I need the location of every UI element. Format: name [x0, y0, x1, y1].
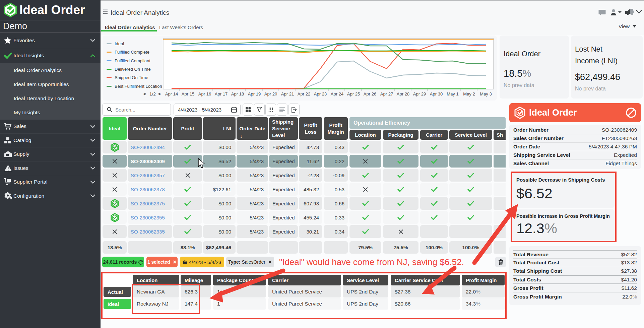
svg-text:Apr 17: Apr 17: [215, 91, 228, 96]
svg-text:May 2: May 2: [463, 91, 475, 96]
svg-text:Apr 23: Apr 23: [314, 91, 327, 96]
svg-text:Apr 24: Apr 24: [331, 91, 343, 96]
svg-text:Apr 20: Apr 20: [264, 91, 277, 96]
svg-text:Apr 15: Apr 15: [182, 91, 194, 96]
svg-text:>: >: [158, 91, 161, 96]
svg-text:Apr 16: Apr 16: [198, 91, 211, 96]
svg-text:Apr 19: Apr 19: [248, 91, 261, 96]
svg-text:May 3: May 3: [480, 91, 492, 96]
svg-text:Apr 14: Apr 14: [165, 91, 178, 96]
svg-text:Apr 26: Apr 26: [364, 91, 376, 96]
svg-text:Apr 22: Apr 22: [298, 91, 310, 96]
svg-text:Apr 18: Apr 18: [231, 91, 244, 96]
svg-text:Apr 21: Apr 21: [281, 91, 294, 96]
svg-text:Apr 25: Apr 25: [347, 91, 360, 96]
svg-text:Apr 30: Apr 30: [430, 91, 443, 96]
svg-text:Apr 29: Apr 29: [413, 91, 426, 96]
svg-text:Apr 27: Apr 27: [380, 91, 393, 96]
svg-text:1/2: 1/2: [149, 91, 156, 96]
svg-text:May 1: May 1: [447, 91, 458, 96]
svg-text:<: <: [143, 91, 146, 96]
svg-text:Apr 28: Apr 28: [397, 91, 409, 96]
